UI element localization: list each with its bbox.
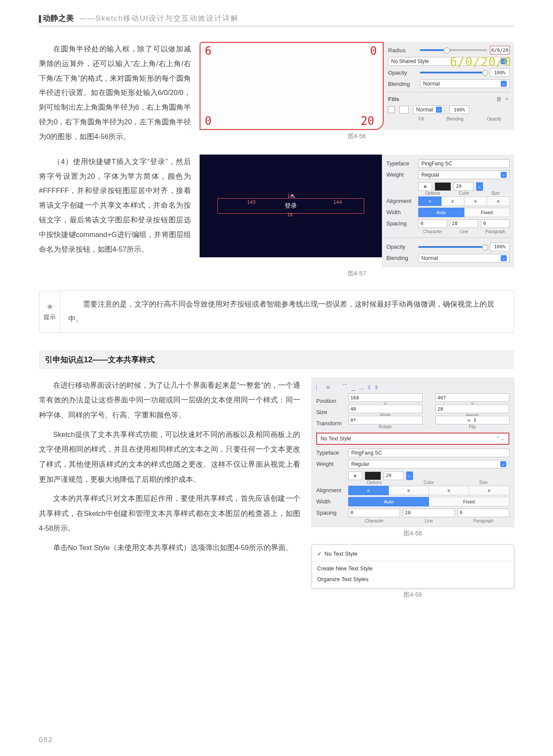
- align-middle-icon[interactable]: ⎯: [351, 383, 355, 391]
- paragraph-2-text: （4）使用快捷键T插入文字“登录”，然后将字号设置为20，字体为苹方简体，颜色为…: [39, 155, 191, 257]
- character-input-58[interactable]: 0: [348, 509, 400, 517]
- alignment-label: Alignment: [386, 198, 416, 204]
- radius-input[interactable]: 6/0/20: [490, 46, 510, 54]
- opacity-label-57: Opacity: [386, 244, 416, 250]
- width-fixed-button[interactable]: Fixed: [464, 208, 510, 217]
- size-input[interactable]: 20: [454, 182, 474, 191]
- menu-organize-text-styles[interactable]: Organize Text Styles: [317, 574, 509, 585]
- transform-label: Transform: [316, 420, 346, 427]
- opacity-slider[interactable]: [420, 72, 487, 73]
- menu-create-new-text-style[interactable]: Create New Text Style: [317, 563, 509, 574]
- opacity-input-57[interactable]: 100%: [490, 243, 510, 251]
- align-center-button[interactable]: ≡: [442, 196, 464, 206]
- character-input[interactable]: 0: [418, 219, 447, 228]
- fills-label: Fills: [388, 96, 493, 102]
- align-bottom-icon[interactable]: ⎵: [359, 383, 363, 391]
- char-sublabel: Character: [418, 229, 447, 234]
- typeface-select-58[interactable]: PingFang SC: [348, 449, 509, 457]
- color-swatch-58[interactable]: [365, 471, 381, 480]
- width-auto-button[interactable]: Auto: [418, 208, 464, 217]
- fill-blend-select[interactable]: Normal⌄: [413, 105, 445, 114]
- fig57-canvas: 登录 ↖ 143 144 16 16: [200, 155, 382, 257]
- opacity-input[interactable]: 100%: [490, 68, 510, 77]
- flip-label: Flip: [435, 424, 510, 429]
- measure-bottom: 16: [287, 212, 293, 218]
- y-input[interactable]: 407: [435, 393, 510, 402]
- align-top-icon[interactable]: ⎴: [343, 383, 347, 391]
- fill-swatch[interactable]: [399, 106, 409, 114]
- page-header: 动静之美 ——Sketch移动UI设计与交互动效设计详解: [39, 13, 514, 26]
- color-sublabel: Color: [450, 191, 479, 196]
- size-input-58[interactable]: 20: [384, 471, 404, 480]
- blending-label: Blending: [388, 81, 417, 87]
- measure-right: 144: [333, 199, 342, 205]
- section-body: 在进行移动界面设计的时候，为了让几十个界面看起来是“一整套”的，一个通常有效的办…: [39, 378, 300, 560]
- align-left-icon[interactable]: ⎸: [316, 383, 322, 391]
- size-stepper[interactable]: ⌄: [476, 182, 483, 191]
- width-fixed-button-58[interactable]: Fixed: [429, 497, 509, 506]
- corner-top-right: 0: [370, 44, 377, 57]
- radius-slider[interactable]: [420, 49, 487, 51]
- flip-buttons[interactable]: ⇋ ⥮: [435, 416, 510, 424]
- fig57-caption: 图4-57: [200, 270, 514, 278]
- tip-side-label: 提示: [44, 313, 56, 321]
- line-input[interactable]: 28: [450, 219, 479, 228]
- no-text-style-select[interactable]: No Text Style⌃⌄: [316, 433, 509, 445]
- align-justify-button-58[interactable]: ≡: [469, 486, 509, 495]
- trash-icon[interactable]: 🗑: [496, 96, 502, 102]
- figure-4-58: ⎸ ≡ ⎴ ⎯ ⎵ ⫴ ⫵ Position 168X 407Y Size 40…: [311, 378, 514, 527]
- blending-select-57[interactable]: Normal⌄: [418, 254, 510, 263]
- x-input[interactable]: 168: [348, 393, 423, 402]
- typeface-select[interactable]: PingFang SC: [418, 159, 510, 168]
- align-center-button-58[interactable]: ≡: [389, 486, 429, 495]
- plus-icon[interactable]: ＋: [504, 95, 510, 103]
- login-text: 登录: [285, 202, 297, 210]
- typeface-label: Typeface: [386, 160, 416, 167]
- size-sublabel-58: Size: [458, 480, 509, 485]
- fill-checkbox[interactable]: [388, 106, 395, 113]
- rotate-input[interactable]: 0º: [348, 416, 423, 424]
- chevron-down-icon: ⌄: [436, 107, 442, 113]
- options-button[interactable]: ✿: [418, 182, 432, 191]
- size-sublabel: Size: [481, 191, 510, 196]
- fill-opacity-input[interactable]: 100%: [449, 105, 469, 114]
- spacing-label-58: Spacing: [316, 509, 346, 516]
- fig56-rounded-rect: 6 0 0 20: [200, 42, 384, 130]
- paragraph-6: 单击No Text Style（未使用文本共享样式）选项弹出如图4-59所示的界…: [39, 540, 300, 555]
- align-justify-button[interactable]: ≡: [487, 196, 510, 206]
- width-input[interactable]: 40: [348, 405, 423, 413]
- distribute-v-icon[interactable]: ⫵: [375, 383, 378, 391]
- figure-4-56: 6 0 0 20 Radius 6/0/20 No Shared Style⌄ …: [200, 42, 514, 130]
- measure-top: 16: [287, 193, 293, 199]
- tip-box: ✳ 提示 需要注意的是，文字的行高不同会导致使用对齐按钮或者智能参考线出现一些误…: [39, 291, 514, 333]
- weight-select-58[interactable]: Regular⌄: [348, 460, 509, 468]
- height-input[interactable]: 28: [435, 405, 510, 413]
- corner-bottom-right: 20: [361, 114, 374, 127]
- weight-select[interactable]: Regular⌄: [418, 171, 510, 179]
- paragraph-input[interactable]: 0: [481, 219, 510, 228]
- align-left-button[interactable]: ≡: [418, 196, 442, 206]
- menu-no-text-style[interactable]: No Text Style: [317, 548, 509, 559]
- align-right-button[interactable]: ≡: [464, 196, 487, 206]
- fig59-caption: 图4-59: [311, 591, 514, 599]
- page-number: 082: [39, 736, 53, 744]
- typeface-label-58: Typeface: [316, 449, 346, 456]
- para-sublabel: Paragraph: [481, 229, 510, 234]
- options-button-58[interactable]: ✿: [348, 471, 362, 480]
- align-center-h-icon[interactable]: ≡: [326, 383, 330, 391]
- distribute-h-icon[interactable]: ⫴: [368, 383, 371, 391]
- paragraph-1-text: 在圆角半径处的输入框，除了可以做加减乘除的运算外，还可以输入“左上角/右上角/右…: [39, 42, 191, 144]
- align-right-button-58[interactable]: ≡: [429, 486, 469, 495]
- blending-select[interactable]: Normal⌄: [420, 79, 510, 88]
- blending-label-57: Blending: [386, 255, 416, 261]
- section-title-bar: 引申知识点12——文本共享样式: [39, 350, 514, 369]
- color-swatch[interactable]: [435, 182, 451, 191]
- radius-label: Radius: [388, 47, 417, 54]
- size-stepper-58[interactable]: ⌄: [406, 471, 413, 480]
- line-input-58[interactable]: 28: [403, 509, 454, 517]
- corner-bottom-left: 0: [205, 114, 212, 127]
- width-auto-button-58[interactable]: Auto: [348, 497, 429, 506]
- paragraph-input-58[interactable]: 0: [458, 509, 509, 517]
- opacity-slider-57[interactable]: [418, 246, 487, 248]
- align-left-button-58[interactable]: ≡: [348, 486, 389, 495]
